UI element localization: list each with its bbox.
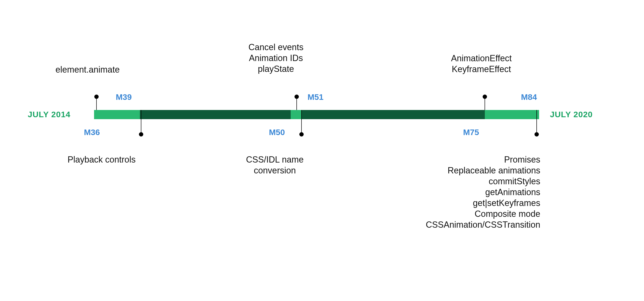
stem-m39 [141,110,141,134]
event-m50-line-0: CSS/IDL name [246,154,304,164]
event-m84-line-4: get|setKeyframes [473,198,540,208]
event-m84-line-2: commitStyles [489,176,540,186]
dot-m51 [294,94,299,99]
event-m84-line-0: Promises [504,154,540,164]
timeline-diagram: JULY 2014 JULY 2020 element.animate M36 … [0,0,644,301]
event-m39-line-0: Playback controls [68,154,136,164]
event-m75: AnimationEffect KeyframeEffect [451,53,512,74]
timeline-bar-seg-0 [94,110,140,119]
event-m84-line-1: Replaceable animations [448,166,540,175]
event-m51: Cancel events Animation IDs playState [248,42,304,74]
stem-m84 [536,110,537,134]
dot-m75 [483,94,487,99]
event-m36: element.animate [56,64,120,75]
event-m75-line-1: KeyframeEffect [452,64,511,74]
timeline-bar-seg-2 [291,110,302,119]
event-m36-line-0: element.animate [56,65,120,74]
stem-m50 [301,110,302,134]
event-m84-line-6: CSSAnimation/CSSTransition [426,220,540,230]
event-m84-line-3: getAnimations [485,187,540,197]
timeline-end-date: JULY 2020 [550,110,592,119]
event-m51-line-2: playState [258,64,294,74]
milestone-m84: M84 [521,92,537,102]
timeline-bar-seg-1 [140,110,291,119]
dot-m39 [139,132,143,136]
milestone-m50: M50 [269,128,285,137]
dot-m36 [94,94,99,99]
event-m51-line-0: Cancel events [248,42,304,52]
event-m50-line-1: conversion [254,166,296,175]
timeline-start-date: JULY 2014 [28,110,70,119]
dot-m50 [299,132,304,136]
event-m39: Playback controls [68,154,136,165]
milestone-m36: M36 [84,128,100,137]
event-m84-line-5: Composite mode [475,209,540,219]
milestone-m51: M51 [308,92,324,102]
event-m84: Promises Replaceable animations commitSt… [426,154,540,230]
event-m50: CSS/IDL name conversion [246,154,304,176]
event-m75-line-0: AnimationEffect [451,53,512,63]
milestone-m39: M39 [116,92,132,102]
milestone-m75: M75 [463,128,479,137]
event-m51-line-1: Animation IDs [249,53,303,63]
timeline-bar-seg-3 [302,110,485,119]
dot-m84 [534,132,539,136]
timeline-bar-seg-4 [485,110,539,119]
